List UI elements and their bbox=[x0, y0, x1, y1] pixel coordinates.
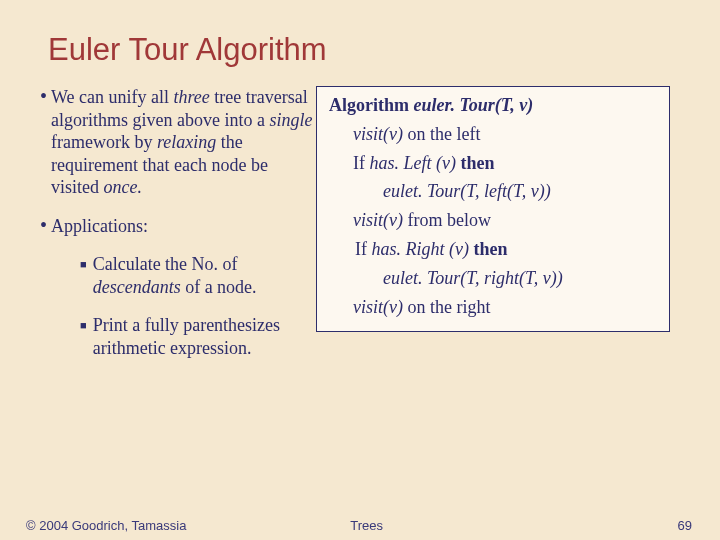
bullet-1-text: We can unify all three tree traversal al… bbox=[51, 86, 320, 199]
bullet-dot-icon: • bbox=[40, 215, 47, 235]
square-bullet-icon: ■ bbox=[80, 258, 87, 270]
copyright-text: © 2004 Goodrich, Tamassia bbox=[26, 518, 186, 533]
algo-line-8: visit(v) on the right bbox=[329, 293, 659, 322]
algorithm-box: Algorithm euler. Tour(T, v) visit(v) on … bbox=[316, 86, 670, 332]
bullet-2: • Applications: bbox=[40, 215, 320, 238]
algo-line-2: visit(v) on the left bbox=[329, 120, 659, 149]
content-area: • We can unify all three tree traversal … bbox=[0, 68, 720, 375]
bullet-1: • We can unify all three tree traversal … bbox=[40, 86, 320, 199]
bullet-2-text: Applications: bbox=[51, 215, 148, 238]
algo-line-5: visit(v) from below bbox=[329, 206, 659, 235]
algo-line-3: If has. Left (v) then bbox=[329, 149, 659, 178]
sub-bullet-2: ■ Print a fully parenthesizes arithmetic… bbox=[80, 314, 320, 361]
bullet-dot-icon: • bbox=[40, 86, 47, 106]
slide-title: Euler Tour Algorithm bbox=[0, 0, 720, 68]
left-column: • We can unify all three tree traversal … bbox=[40, 86, 320, 375]
sub-bullet-2-text: Print a fully parenthesizes arithmetic e… bbox=[93, 314, 320, 361]
algo-line-1: Algorithm euler. Tour(T, v) bbox=[329, 91, 659, 120]
algo-line-4: eulet. Tour(T, left(T, v)) bbox=[329, 177, 659, 206]
sub-bullet-1-text: Calculate the No. of descendants of a no… bbox=[93, 253, 320, 300]
algo-line-6: If has. Right (v) then bbox=[329, 235, 659, 264]
footer-center-label: Trees bbox=[350, 518, 383, 533]
page-number: 69 bbox=[678, 518, 692, 533]
algo-line-7: eulet. Tour(T, right(T, v)) bbox=[329, 264, 659, 293]
sub-bullet-1: ■ Calculate the No. of descendants of a … bbox=[80, 253, 320, 300]
right-column: Algorithm euler. Tour(T, v) visit(v) on … bbox=[320, 86, 670, 375]
square-bullet-icon: ■ bbox=[80, 319, 87, 331]
